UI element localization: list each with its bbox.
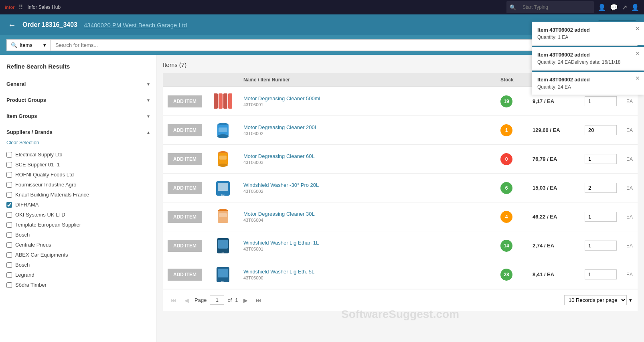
supplier-checkbox-13[interactable]: [6, 282, 12, 288]
supplier-checkbox-3[interactable]: [6, 182, 12, 188]
top-search-wrap[interactable]: 🔍: [506, 1, 594, 13]
customer-link[interactable]: 43400020 PM West Beach Garage Ltd: [84, 22, 187, 28]
qty-cell-1: [580, 116, 622, 145]
toast-0-close-button[interactable]: ✕: [635, 25, 640, 32]
supplier-item-8[interactable]: Bosch: [6, 230, 150, 240]
supplier-item-9[interactable]: Centrale Pneus: [6, 240, 150, 250]
supplier-checkbox-12[interactable]: [6, 272, 12, 278]
supplier-label-5: DIFRAMA: [15, 202, 39, 208]
product-name-link-1[interactable]: Motor Degreasing Cleaner 200L: [243, 124, 318, 130]
toast-2-close-button[interactable]: ✕: [635, 75, 640, 81]
qty-cell-4: [580, 202, 622, 231]
stock-badge-1: 1: [500, 124, 512, 136]
supplier-item-6[interactable]: OKI Systems UK LTD: [6, 210, 150, 220]
name-cell-4: Motor Degreasing Cleaner 30L 43T06004: [239, 202, 496, 231]
svg-point-10: [218, 164, 228, 167]
toast-1-close-button[interactable]: ✕: [635, 50, 640, 57]
prev-page-button[interactable]: ◀: [182, 295, 191, 305]
toast-2-body: Quantity: 24 EA: [537, 84, 638, 90]
supplier-item-2[interactable]: ROFNI Quality Foods Ltd: [6, 170, 150, 180]
supplier-label-8: Bosch: [15, 232, 30, 238]
last-page-button[interactable]: ⏭: [253, 295, 264, 305]
profile-icon[interactable]: 👤: [631, 4, 639, 11]
supplier-item-1[interactable]: SCE Supplier 01 -1: [6, 160, 150, 170]
app-title: Infor Sales Hub: [27, 4, 61, 10]
supplier-checkbox-4[interactable]: [6, 192, 12, 198]
qty-input-4[interactable]: [585, 212, 617, 222]
add-item-button-0[interactable]: ADD ITEM: [168, 95, 202, 107]
supplier-checkbox-10[interactable]: [6, 252, 12, 258]
supplier-checkbox-8[interactable]: [6, 232, 12, 238]
supplier-checkbox-7[interactable]: [6, 222, 12, 228]
top-search-input[interactable]: [518, 3, 591, 12]
svg-text:20L: 20L: [221, 194, 225, 197]
supplier-checkbox-6[interactable]: [6, 212, 12, 218]
supplier-checkbox-11[interactable]: [6, 262, 12, 268]
add-item-button-5[interactable]: ADD ITEM: [168, 240, 202, 252]
qty-input-5[interactable]: [585, 241, 617, 251]
back-button[interactable]: ←: [8, 20, 16, 30]
add-item-cell-3: ADD ITEM: [163, 174, 207, 202]
name-cell-2: Motor Degreasing Cleaner 60L 43T06003: [239, 145, 496, 174]
qty-input-1[interactable]: [585, 125, 617, 135]
product-name-link-2[interactable]: Motor Degreasing Cleaner 60L: [243, 153, 315, 159]
qty-input-6[interactable]: [585, 269, 617, 279]
filter-header-general[interactable]: General ▾: [6, 76, 150, 92]
share-icon[interactable]: ↗: [622, 4, 627, 11]
first-page-button[interactable]: ⏮: [168, 295, 179, 305]
name-cell-6: Windshield Washer Lig Eth. 5L 43T05000: [239, 260, 496, 289]
add-item-button-1[interactable]: ADD ITEM: [168, 124, 202, 136]
chat-icon[interactable]: 💬: [610, 4, 618, 11]
user-icon[interactable]: 👤: [598, 4, 606, 11]
qty-cell-2: [580, 145, 622, 174]
supplier-item-13[interactable]: Södra Timber: [6, 280, 150, 290]
supplier-item-3[interactable]: Fournisseur Industrie Agro: [6, 180, 150, 190]
supplier-item-12[interactable]: Legrand: [6, 270, 150, 280]
search-type-label: Items: [20, 42, 32, 48]
supplier-checkbox-9[interactable]: [6, 242, 12, 248]
product-number-3: 43T05002: [243, 189, 491, 194]
qty-input-3[interactable]: [585, 183, 617, 193]
supplier-item-7[interactable]: Template European Supplier: [6, 220, 150, 230]
filter-header-item-groups[interactable]: Item Groups ▾: [6, 108, 150, 124]
sidebar: Refine Search Results General ▾ Product …: [0, 55, 156, 342]
product-image-3: 20L: [212, 177, 234, 199]
stock-badge-3: 6: [500, 182, 512, 194]
filter-header-product-groups[interactable]: Product Groups ▾: [6, 92, 150, 108]
table-row: ADD ITEM Motor Degreasing Cleaner 60L 43…: [163, 145, 638, 174]
clear-selection-link[interactable]: Clear Selection: [6, 140, 150, 146]
image-cell-1: [207, 116, 239, 145]
col-action: [163, 73, 207, 87]
records-per-page-select[interactable]: 10 Records per page 25 Records per page …: [564, 295, 627, 305]
qty-input-2[interactable]: [585, 154, 617, 164]
supplier-item-10[interactable]: ABEX Car Equipments: [6, 250, 150, 260]
name-cell-1: Motor Degreasing Cleaner 200L 43T06002: [239, 116, 496, 145]
product-name-link-6[interactable]: Windshield Washer Lig Eth. 5L: [243, 269, 314, 275]
stock-badge-0: 19: [500, 95, 512, 107]
chevron-up-icon: ▴: [147, 130, 150, 135]
add-item-cell-2: ADD ITEM: [163, 145, 207, 174]
supplier-checkbox-0[interactable]: [6, 152, 12, 158]
add-item-button-6[interactable]: ADD ITEM: [168, 269, 202, 281]
svg-rect-1: [219, 93, 223, 109]
product-name-link-0[interactable]: Motor Degreasing Cleaner 500ml: [243, 95, 320, 101]
add-item-button-3[interactable]: ADD ITEM: [168, 182, 202, 194]
add-item-button-4[interactable]: ADD ITEM: [168, 211, 202, 223]
supplier-checkbox-2[interactable]: [6, 172, 12, 178]
next-page-button[interactable]: ▶: [241, 295, 250, 305]
app-grid-icon[interactable]: ⠿: [18, 4, 23, 11]
search-type-dropdown[interactable]: 🔍 Items ▾: [6, 39, 51, 51]
supplier-item-4[interactable]: Knauf Building Materials France: [6, 190, 150, 200]
supplier-checkbox-5[interactable]: [6, 202, 12, 208]
qty-input-0[interactable]: [585, 96, 617, 106]
filter-header-suppliers[interactable]: Suppliers / Brands ▴: [6, 124, 150, 140]
supplier-checkbox-1[interactable]: [6, 162, 12, 168]
supplier-item-5[interactable]: DIFRAMA: [6, 200, 150, 210]
product-name-link-3[interactable]: Windshield Washer -30° Pro 20L: [243, 182, 319, 188]
supplier-item-0[interactable]: Electrical Supply Ltd: [6, 150, 150, 160]
add-item-button-2[interactable]: ADD ITEM: [168, 153, 202, 165]
page-number-input[interactable]: [210, 295, 224, 305]
product-name-link-5[interactable]: Windshield Washer Lig Ethan 1L: [243, 240, 319, 246]
supplier-item-11[interactable]: Bosch: [6, 260, 150, 270]
product-name-link-4[interactable]: Motor Degreasing Cleaner 30L: [243, 211, 315, 217]
